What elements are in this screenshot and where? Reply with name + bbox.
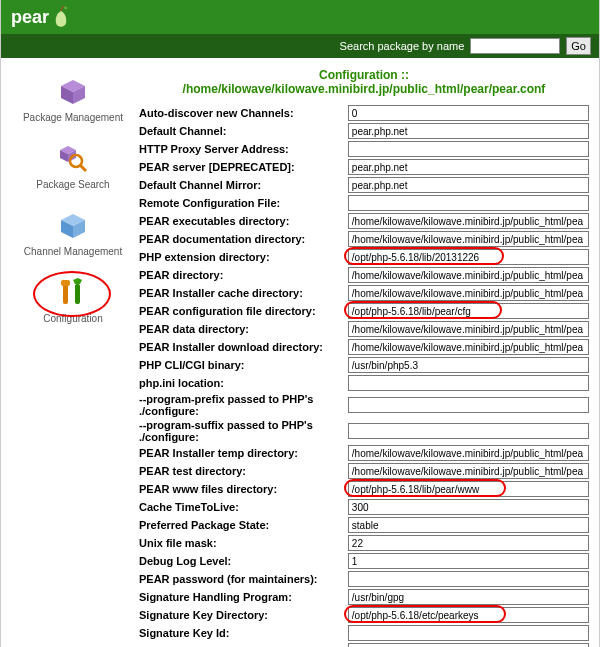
field-label: PEAR password (for maintainers): bbox=[137, 570, 346, 588]
search-input[interactable] bbox=[470, 38, 560, 54]
field-value-cell bbox=[346, 320, 591, 338]
field-input[interactable] bbox=[348, 267, 589, 283]
form-row: --program-prefix passed to PHP's ./confi… bbox=[137, 392, 591, 418]
field-label: --program-prefix passed to PHP's ./confi… bbox=[137, 392, 346, 418]
field-value-cell bbox=[346, 498, 591, 516]
sidebar-item-channel-management[interactable]: Channel Management bbox=[9, 210, 137, 257]
form-row: PEAR Installer temp directory: bbox=[137, 444, 591, 462]
field-label: Remote Configuration File: bbox=[137, 194, 346, 212]
field-input[interactable] bbox=[348, 445, 589, 461]
svg-line-7 bbox=[80, 165, 86, 171]
field-input[interactable] bbox=[348, 481, 589, 497]
form-row: PEAR configuration file directory: bbox=[137, 302, 591, 320]
field-input[interactable] bbox=[348, 105, 589, 121]
field-input[interactable] bbox=[348, 463, 589, 479]
field-input[interactable] bbox=[348, 123, 589, 139]
search-icon bbox=[57, 143, 89, 175]
field-label: PEAR www files directory: bbox=[137, 480, 346, 498]
form-row: Auto-discover new Channels: bbox=[137, 104, 591, 122]
field-label: PEAR configuration file directory: bbox=[137, 302, 346, 320]
field-input[interactable] bbox=[348, 571, 589, 587]
field-label: Signature Key Directory: bbox=[137, 606, 346, 624]
logo: pear bbox=[11, 4, 71, 30]
form-row: PEAR password (for maintainers): bbox=[137, 570, 591, 588]
field-value-cell bbox=[346, 140, 591, 158]
field-input[interactable] bbox=[348, 141, 589, 157]
form-row: PHP extension directory: bbox=[137, 248, 591, 266]
field-input[interactable] bbox=[348, 357, 589, 373]
field-input[interactable] bbox=[348, 397, 589, 413]
field-input[interactable] bbox=[348, 535, 589, 551]
form-row: HTTP Proxy Server Address: bbox=[137, 140, 591, 158]
field-input[interactable] bbox=[348, 159, 589, 175]
pear-icon bbox=[51, 4, 71, 30]
field-value-cell bbox=[346, 480, 591, 498]
sidebar: Package Management Package Search Channe… bbox=[9, 62, 137, 647]
field-input[interactable] bbox=[348, 589, 589, 605]
field-input[interactable] bbox=[348, 339, 589, 355]
form-row: PEAR documentation directory: bbox=[137, 230, 591, 248]
field-label: Default Channel Mirror: bbox=[137, 176, 346, 194]
form-row: Default Channel Mirror: bbox=[137, 176, 591, 194]
field-input[interactable] bbox=[348, 231, 589, 247]
field-input[interactable] bbox=[348, 195, 589, 211]
field-input[interactable] bbox=[348, 321, 589, 337]
channel-icon bbox=[57, 210, 89, 242]
field-input[interactable] bbox=[348, 625, 589, 641]
field-label: PEAR Installer download directory: bbox=[137, 338, 346, 356]
field-value-cell bbox=[346, 444, 591, 462]
form-row: PEAR server [DEPRECATED]: bbox=[137, 158, 591, 176]
field-input[interactable] bbox=[348, 553, 589, 569]
field-input[interactable] bbox=[348, 423, 589, 439]
field-input[interactable] bbox=[348, 285, 589, 301]
field-value-cell bbox=[346, 302, 591, 320]
form-row: Debug Log Level: bbox=[137, 552, 591, 570]
form-row: Package Signature Type: bbox=[137, 642, 591, 647]
field-value-cell bbox=[346, 392, 591, 418]
top-bar: pear bbox=[1, 0, 599, 34]
form-row: PEAR Installer download directory: bbox=[137, 338, 591, 356]
field-value-cell bbox=[346, 104, 591, 122]
form-row: PEAR Installer cache directory: bbox=[137, 284, 591, 302]
tools-icon bbox=[57, 277, 89, 309]
field-value-cell bbox=[346, 588, 591, 606]
field-label: PEAR server [DEPRECATED]: bbox=[137, 158, 346, 176]
field-value-cell bbox=[346, 552, 591, 570]
main-content: Configuration :: /home/kilowave/kilowave… bbox=[137, 62, 591, 647]
form-row: PEAR www files directory: bbox=[137, 480, 591, 498]
form-row: Cache TimeToLive: bbox=[137, 498, 591, 516]
field-value-cell bbox=[346, 534, 591, 552]
field-input[interactable] bbox=[348, 303, 589, 319]
form-row: Signature Handling Program: bbox=[137, 588, 591, 606]
field-value-cell bbox=[346, 462, 591, 480]
field-label: PEAR data directory: bbox=[137, 320, 346, 338]
config-form: Auto-discover new Channels:Default Chann… bbox=[137, 104, 591, 647]
form-row: --program-suffix passed to PHP's ./confi… bbox=[137, 418, 591, 444]
field-value-cell bbox=[346, 418, 591, 444]
field-label: PEAR executables directory: bbox=[137, 212, 346, 230]
field-label: PEAR Installer cache directory: bbox=[137, 284, 346, 302]
field-input[interactable] bbox=[348, 643, 589, 647]
form-row: PEAR directory: bbox=[137, 266, 591, 284]
sidebar-item-label: Configuration bbox=[43, 313, 102, 324]
sidebar-item-package-search[interactable]: Package Search bbox=[9, 143, 137, 190]
field-input[interactable] bbox=[348, 249, 589, 265]
svg-rect-13 bbox=[75, 284, 80, 304]
field-input[interactable] bbox=[348, 517, 589, 533]
field-value-cell bbox=[346, 374, 591, 392]
form-row: Signature Key Id: bbox=[137, 624, 591, 642]
field-value-cell bbox=[346, 212, 591, 230]
sidebar-item-configuration[interactable]: Configuration bbox=[9, 277, 137, 324]
search-go-button[interactable]: Go bbox=[566, 37, 591, 55]
field-input[interactable] bbox=[348, 499, 589, 515]
sidebar-item-package-management[interactable]: Package Management bbox=[9, 76, 137, 123]
field-value-cell bbox=[346, 248, 591, 266]
field-label: Debug Log Level: bbox=[137, 552, 346, 570]
field-input[interactable] bbox=[348, 375, 589, 391]
svg-rect-12 bbox=[61, 280, 70, 286]
field-input[interactable] bbox=[348, 213, 589, 229]
field-input[interactable] bbox=[348, 607, 589, 623]
field-label: Unix file mask: bbox=[137, 534, 346, 552]
field-input[interactable] bbox=[348, 177, 589, 193]
field-label: --program-suffix passed to PHP's ./confi… bbox=[137, 418, 346, 444]
